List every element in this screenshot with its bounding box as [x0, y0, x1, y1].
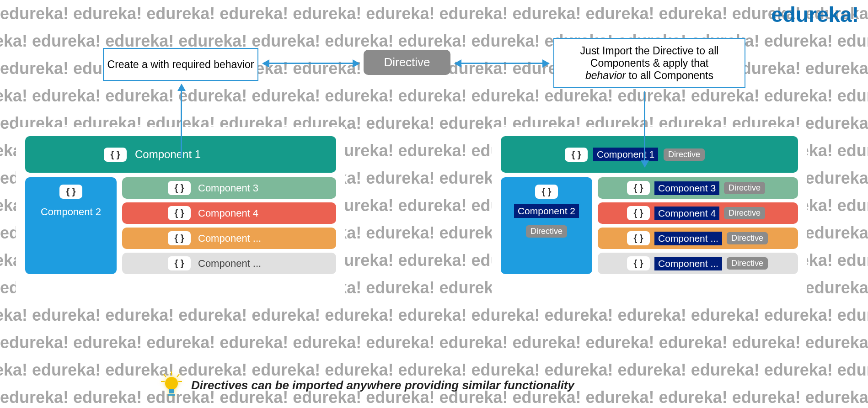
component-1-label: Component 1 — [593, 148, 658, 161]
braces-icon: { } — [565, 148, 588, 162]
arrow-directive-to-import — [455, 63, 549, 64]
arrow-import-to-panel — [644, 91, 645, 167]
import-line-3-italic: behavior — [585, 69, 626, 81]
component-5-bar: { } Component ... Directive — [598, 228, 798, 249]
import-line-1: Just Import the Directive to all — [580, 45, 719, 57]
directive-badge: Directive — [724, 182, 765, 194]
component-3-bar: { } Component 3 — [122, 177, 336, 199]
braces-icon: { } — [627, 181, 650, 195]
create-behavior-label: Create a with required behavior — [107, 58, 254, 71]
svg-line-2 — [177, 374, 179, 377]
component-4-label: Component 4 — [654, 207, 719, 220]
braces-icon: { } — [168, 206, 191, 220]
import-line-2: Components & apply that — [580, 57, 719, 69]
component-5-label: Component ... — [654, 232, 722, 245]
component-3-label: Component 3 — [198, 182, 258, 194]
lightbulb-icon — [160, 371, 183, 399]
directive-badge: Directive — [727, 232, 768, 244]
braces-icon: { } — [104, 148, 127, 162]
footer-text: Directives can be imported anywhere prov… — [191, 378, 574, 392]
component-3-label: Component 3 — [654, 181, 719, 195]
braces-icon: { } — [168, 231, 191, 245]
braces-icon: { } — [627, 206, 650, 220]
component-4-bar: { } Component 4 Directive — [598, 202, 798, 224]
braces-icon: { } — [168, 256, 191, 270]
import-directive-box: Just Import the Directive to all Compone… — [553, 38, 745, 88]
braces-icon: { } — [59, 185, 82, 199]
import-line-3: behavior to all Components — [580, 69, 719, 82]
brand-logo: edureka! — [771, 2, 859, 27]
component-2-box: { } Component 2 — [25, 177, 117, 274]
footer-note: Directives can be imported anywhere prov… — [160, 371, 574, 399]
braces-icon: { } — [535, 185, 558, 199]
component-1-bar: { } Component 1 Directive — [501, 136, 798, 173]
svg-rect-7 — [168, 394, 175, 396]
arrow-create-to-directive — [263, 63, 359, 64]
component-2-box: { } Component 2 Directive — [501, 177, 592, 274]
import-line-3-post: to all Components — [626, 69, 713, 81]
component-6-bar: { } Component ... Directive — [598, 253, 798, 274]
component-2-label: Component 2 — [514, 204, 579, 218]
directive-node: Directive — [364, 50, 450, 75]
component-4-bar: { } Component 4 — [122, 202, 336, 224]
target-components-panel: { } Component 1 Directive { } Component … — [492, 127, 807, 301]
component-1-label: Component 1 — [135, 148, 201, 161]
component-5-bar: { } Component ... — [122, 228, 336, 249]
component-6-label: Component ... — [654, 257, 722, 270]
component-5-label: Component ... — [198, 233, 261, 244]
component-6-label: Component ... — [198, 258, 261, 270]
braces-icon: { } — [627, 256, 650, 270]
create-behavior-box: Create a with required behavior — [103, 48, 258, 81]
directive-badge: Directive — [664, 148, 705, 161]
svg-rect-6 — [169, 389, 174, 393]
svg-line-1 — [164, 374, 166, 377]
arrow-panel-to-create — [181, 85, 182, 158]
directive-node-label: Directive — [384, 55, 430, 69]
component-6-bar: { } Component ... — [122, 253, 336, 274]
braces-icon: { } — [168, 181, 191, 195]
directive-badge: Directive — [724, 207, 765, 219]
import-directive-text: Just Import the Directive to all Compone… — [580, 45, 719, 82]
component-2-label: Component 2 — [41, 206, 101, 218]
braces-icon: { } — [627, 231, 650, 245]
directive-badge: Directive — [727, 257, 768, 270]
component-3-bar: { } Component 3 Directive — [598, 177, 798, 199]
svg-point-5 — [165, 377, 178, 390]
directive-badge: Directive — [526, 225, 567, 238]
component-4-label: Component 4 — [198, 207, 258, 219]
